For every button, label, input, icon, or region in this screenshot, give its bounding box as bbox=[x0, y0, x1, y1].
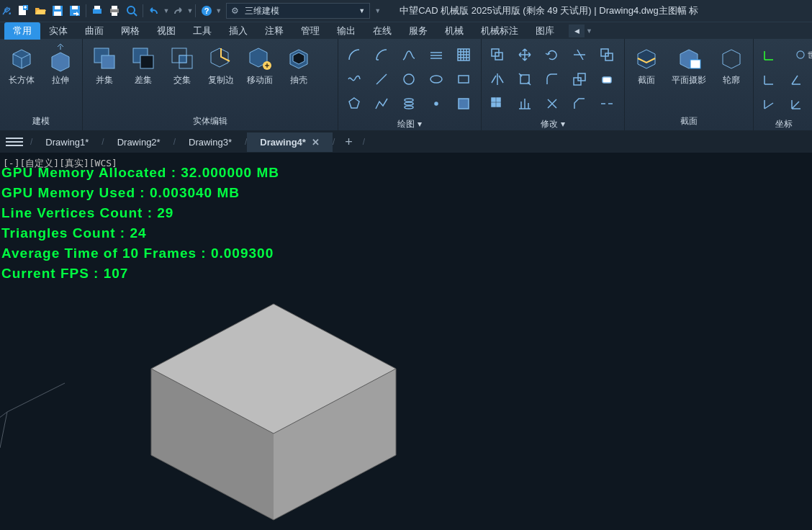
arc2-button[interactable] bbox=[371, 45, 392, 65]
point-button[interactable] bbox=[426, 94, 446, 114]
ucs-icon-button[interactable] bbox=[759, 45, 780, 65]
erase-button[interactable] bbox=[597, 69, 617, 89]
saveas-button[interactable] bbox=[67, 3, 83, 19]
preview-button[interactable] bbox=[124, 3, 140, 19]
box-button[interactable]: 长方体 bbox=[4, 42, 39, 114]
wave-button[interactable] bbox=[344, 69, 364, 89]
explode-button[interactable] bbox=[542, 94, 562, 114]
help-dropdown[interactable]: ▼ bbox=[215, 7, 222, 14]
ribbon-overflow[interactable]: ◀ bbox=[569, 24, 585, 37]
document-tab[interactable]: Drawing1* bbox=[32, 132, 102, 152]
ribbon-tab-annotate[interactable]: 注释 bbox=[256, 22, 292, 40]
subtract-button[interactable]: 差集 bbox=[126, 42, 161, 114]
hatch-button[interactable] bbox=[454, 45, 474, 65]
workspace-combo[interactable]: ⚙ 三维建模 ▼ bbox=[226, 3, 370, 19]
solid-box-object[interactable] bbox=[108, 282, 410, 529]
circle-button[interactable] bbox=[399, 69, 419, 89]
flatshot-button[interactable]: 平面摄影 bbox=[668, 42, 710, 114]
ribbon-tab-output[interactable]: 输出 bbox=[328, 22, 364, 40]
fillet-button[interactable] bbox=[542, 69, 562, 89]
ribbon-tab-service[interactable]: 服务 bbox=[400, 22, 436, 40]
ribbon-tab-mesh[interactable]: 网格 bbox=[112, 22, 148, 40]
mirror-button[interactable] bbox=[487, 69, 508, 89]
document-tab[interactable]: Drawing3* bbox=[176, 132, 245, 152]
document-tab-active[interactable]: Drawing4*✕ bbox=[247, 132, 333, 152]
array-button[interactable] bbox=[487, 94, 508, 114]
shell-icon bbox=[284, 43, 314, 73]
redo-button[interactable] bbox=[170, 3, 186, 19]
stretch-button[interactable] bbox=[515, 69, 535, 89]
print-button[interactable] bbox=[107, 3, 122, 19]
helix-button[interactable] bbox=[399, 94, 419, 114]
copy-button[interactable] bbox=[597, 45, 617, 65]
panel-label[interactable]: 修改 ▾ bbox=[486, 117, 620, 132]
svg-point-45 bbox=[796, 51, 803, 58]
chamfer-button[interactable] bbox=[569, 94, 590, 114]
close-icon[interactable]: ✕ bbox=[312, 137, 320, 148]
svg-point-27 bbox=[405, 99, 413, 102]
offset-button[interactable] bbox=[487, 45, 508, 65]
new-button[interactable] bbox=[15, 3, 31, 19]
ribbon-tab-surface[interactable]: 曲面 bbox=[76, 22, 112, 40]
hamburger-icon[interactable] bbox=[6, 138, 23, 146]
new-tab-button[interactable]: + bbox=[335, 135, 363, 150]
ucs-3p-button[interactable] bbox=[787, 94, 807, 114]
rectangle-button[interactable] bbox=[454, 69, 474, 89]
ribbon-tab-tools[interactable]: 工具 bbox=[184, 22, 220, 40]
region-button[interactable] bbox=[454, 94, 474, 114]
ribbon-tab-insert[interactable]: 插入 bbox=[220, 22, 256, 40]
move-button[interactable] bbox=[515, 45, 535, 65]
copy-edge-button[interactable]: 复制边 bbox=[204, 42, 238, 114]
plot-button[interactable] bbox=[89, 3, 105, 19]
ribbon-overflow-menu[interactable]: ▼ bbox=[586, 27, 592, 35]
ellipse-button[interactable] bbox=[426, 69, 446, 89]
ribbon-tab-view[interactable]: 视图 bbox=[148, 22, 184, 40]
intersect-button[interactable]: 交集 bbox=[165, 42, 199, 114]
open-button[interactable] bbox=[32, 3, 48, 19]
gear-icon: ⚙ bbox=[231, 6, 239, 16]
panel-label[interactable]: 绘图 ▾ bbox=[343, 117, 477, 132]
ucs-world-button[interactable]: 世 bbox=[787, 45, 812, 65]
spline-button[interactable] bbox=[399, 45, 419, 65]
scale-button[interactable] bbox=[569, 69, 590, 89]
polyline-button[interactable] bbox=[371, 94, 392, 114]
move-face-button[interactable]: 移动面 bbox=[243, 42, 277, 114]
line-button[interactable] bbox=[371, 69, 392, 89]
break-button[interactable] bbox=[597, 94, 617, 114]
box-icon bbox=[6, 43, 37, 73]
trim-button[interactable] bbox=[569, 45, 590, 65]
ribbon-tab-online[interactable]: 在线 bbox=[364, 22, 400, 40]
panel-modify: 修改 ▾ bbox=[482, 39, 625, 130]
undo-button[interactable] bbox=[146, 3, 162, 19]
document-tab[interactable]: Drawing2* bbox=[104, 132, 173, 152]
arc-button[interactable] bbox=[344, 45, 364, 65]
profile-button[interactable]: 轮廓 bbox=[714, 42, 749, 114]
separator bbox=[143, 4, 143, 17]
svg-point-28 bbox=[405, 102, 413, 105]
ucs-y-button[interactable] bbox=[787, 69, 807, 89]
viewport[interactable]: [-][自定义][真实][WCS] GPU Memory Allocated :… bbox=[0, 153, 812, 530]
rotate-button[interactable] bbox=[542, 45, 562, 65]
qat-customize[interactable]: ▼ bbox=[374, 7, 381, 14]
align-button[interactable] bbox=[515, 94, 535, 114]
ribbon-tab-mechanical[interactable]: 机械 bbox=[436, 22, 472, 40]
redo-dropdown[interactable]: ▼ bbox=[186, 7, 193, 14]
ribbon-tab-common[interactable]: 常用 bbox=[4, 22, 40, 40]
ribbon-tab-gallery[interactable]: 图库 bbox=[527, 22, 563, 40]
separator bbox=[86, 4, 86, 17]
ucs-z-button[interactable] bbox=[759, 94, 780, 114]
ucs-x-button[interactable] bbox=[759, 69, 780, 89]
extrude-button[interactable]: 拉伸 bbox=[43, 42, 78, 114]
save-button[interactable] bbox=[50, 3, 66, 19]
undo-dropdown[interactable]: ▼ bbox=[163, 7, 169, 14]
polygon-button[interactable] bbox=[344, 94, 364, 114]
ribbon-tab-solid[interactable]: 实体 bbox=[40, 22, 76, 40]
svg-rect-7 bbox=[93, 9, 102, 14]
section-button[interactable]: 截面 bbox=[629, 42, 664, 114]
help-button[interactable]: ? bbox=[199, 3, 215, 19]
shell-button[interactable]: 抽壳 bbox=[281, 42, 316, 114]
ribbon-tab-manage[interactable]: 管理 bbox=[292, 22, 328, 40]
union-button[interactable]: 并集 bbox=[87, 42, 122, 114]
ribbon-tab-mech-annotate[interactable]: 机械标注 bbox=[472, 22, 527, 40]
multiline-button[interactable] bbox=[426, 45, 446, 65]
